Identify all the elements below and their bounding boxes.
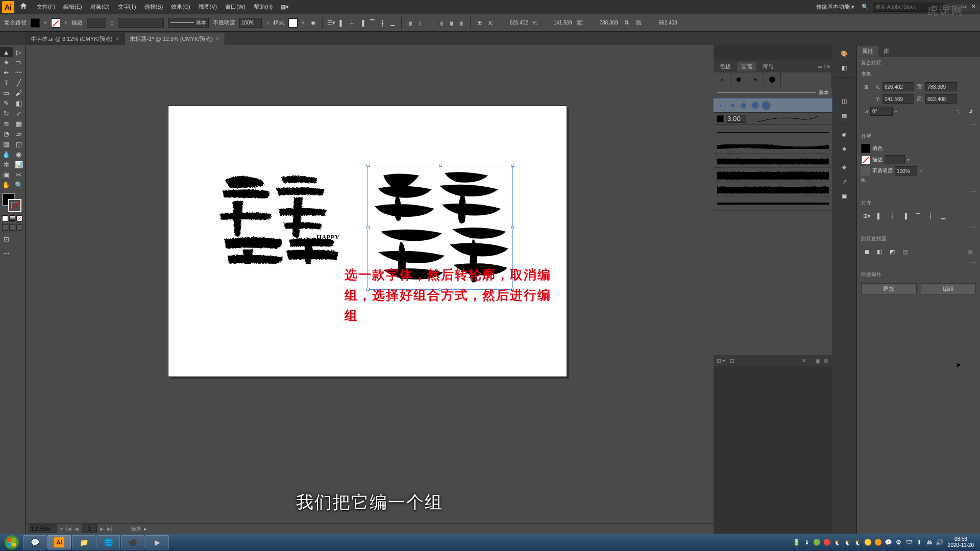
brush-entry-art-1[interactable] <box>714 139 832 154</box>
workspace-switcher[interactable]: 传统基本功能 ▾ <box>813 2 857 12</box>
screen-mode-full-icon[interactable] <box>9 224 15 231</box>
gradient-mode-icon[interactable] <box>9 215 15 221</box>
prop-align-right-icon[interactable]: ▐ <box>899 211 911 221</box>
prop-align-vcenter-icon[interactable]: ┼ <box>925 211 936 221</box>
tray-app9-icon[interactable]: ⚙ <box>895 538 903 546</box>
panel-tab-swatches[interactable]: 色板 <box>716 62 735 71</box>
canvas-area[interactable]: HAPPY NIU YEAR 选一款字体，然后转轮廓，取消编组，选择好组合方式，… <box>26 45 714 545</box>
scale-tool-icon[interactable]: ⤢ <box>13 108 26 118</box>
perspective-tool-icon[interactable]: ▱ <box>13 129 26 139</box>
tray-volume-icon[interactable]: 🔊 <box>936 538 944 546</box>
menu-effect[interactable]: 效果(C) <box>167 3 194 11</box>
prop-h-field[interactable] <box>925 94 957 104</box>
reference-point-icon[interactable]: ⊞ <box>861 82 871 92</box>
pathfinder-unite-icon[interactable]: ◼ <box>861 246 872 257</box>
brush-basic-row[interactable]: 基本 <box>714 87 832 98</box>
dist-v1-icon[interactable]: ⫼ <box>436 18 446 28</box>
gradient-tool-icon[interactable]: ◫ <box>13 139 26 149</box>
taskbar-illustrator-icon[interactable]: Ai <box>47 535 71 549</box>
none-mode-icon[interactable] <box>16 215 22 221</box>
remove-brush-stroke-icon[interactable]: ✕ <box>801 358 806 364</box>
brush-definition[interactable]: 基本 <box>168 18 209 28</box>
tray-app10-icon[interactable]: 🛡 <box>905 538 913 546</box>
align-vcenter-icon[interactable]: ┼ <box>378 18 387 28</box>
direct-selection-tool-icon[interactable]: ▷ <box>13 47 26 57</box>
dock-gradient-icon[interactable]: ◫ <box>836 94 852 108</box>
menu-help[interactable]: 帮助(H) <box>250 3 277 11</box>
taskbar-wechat-icon[interactable]: 💬 <box>23 535 46 549</box>
brush-color-swatch[interactable] <box>717 115 724 122</box>
artboard-tool-icon[interactable]: ▣ <box>0 169 13 180</box>
prop-align-left-icon[interactable]: ▌ <box>874 211 885 221</box>
tray-app1-icon[interactable]: 🟢 <box>813 538 821 546</box>
status-menu-icon[interactable]: ▸ <box>144 526 146 532</box>
fill-stroke-indicator[interactable] <box>2 193 21 212</box>
menu-window[interactable]: 窗口(W) <box>221 3 250 11</box>
tray-app3-icon[interactable]: 🐧 <box>834 538 842 546</box>
calligraphic-brush-1[interactable] <box>714 72 730 87</box>
properties-tab[interactable]: 属性 <box>857 46 878 57</box>
panel-tab-brushes[interactable]: 画笔 <box>737 62 756 71</box>
brush-libraries-icon[interactable]: ⊞⏷ <box>717 358 727 364</box>
pen-tool-icon[interactable]: ✒ <box>0 67 13 78</box>
dist-h1-icon[interactable]: ⫼ <box>406 18 415 28</box>
zoom-tool-icon[interactable]: 🔍 <box>13 180 26 190</box>
brush-entry-art-5[interactable] <box>714 196 832 211</box>
pathfinder-intersect-icon[interactable]: ◩ <box>887 246 898 257</box>
prev-artboard-icon[interactable]: ◀ <box>75 526 79 532</box>
pathfinder-more-icon[interactable]: ⋯ <box>857 259 980 269</box>
rotate-tool-icon[interactable]: ↻ <box>0 108 13 118</box>
column-graph-tool-icon[interactable]: 📊 <box>13 159 26 169</box>
brush-entry-art-2[interactable] <box>714 154 832 168</box>
rectangle-tool-icon[interactable]: ▭ <box>0 88 13 98</box>
lasso-tool-icon[interactable]: ⊃ <box>13 57 26 67</box>
blend-tool-icon[interactable]: ◉ <box>13 149 26 159</box>
dist-v2-icon[interactable]: ⫼ <box>447 18 456 28</box>
tray-temp-icon[interactable]: 🌡 <box>803 538 811 546</box>
recolor-icon[interactable]: ◉ <box>309 18 318 28</box>
flip-v-icon[interactable]: ⇵ <box>966 106 976 116</box>
prop-align-bottom-icon[interactable]: ▁ <box>938 211 949 221</box>
dock-color-icon[interactable]: 🎨 <box>836 47 852 60</box>
tray-battery-icon[interactable]: 🔋 <box>793 538 801 546</box>
align-bottom-icon[interactable]: ▁ <box>388 18 397 28</box>
menu-object[interactable]: 对象(O) <box>86 3 114 11</box>
appearance-stroke-swatch[interactable] <box>861 155 870 164</box>
pathfinder-minus-front-icon[interactable]: ◧ <box>874 246 885 257</box>
edit-toolbar-icon[interactable]: ⊡ <box>0 234 13 244</box>
tray-app7-icon[interactable]: 🟠 <box>874 538 883 546</box>
panel-tab-symbols[interactable]: 符号 <box>758 62 778 71</box>
prop-w-field[interactable] <box>925 82 957 91</box>
zoom-level-field[interactable] <box>29 524 57 533</box>
delete-brush-icon[interactable]: 🗑 <box>823 358 829 364</box>
appearance-opacity-field[interactable] <box>895 166 917 176</box>
prop-y-field[interactable] <box>883 94 914 104</box>
brush-calligraphic-row-selected[interactable] <box>714 98 832 113</box>
dist-h3-icon[interactable]: ⫼ <box>426 18 435 28</box>
dock-layers-icon[interactable]: ❖ <box>836 161 852 174</box>
taskbar-clock[interactable]: 08:53 2020-11-20 <box>946 536 976 548</box>
brush-size-input[interactable] <box>726 115 746 123</box>
home-icon[interactable] <box>19 2 30 12</box>
search-stock-icon[interactable]: 🔍 <box>862 4 869 10</box>
shaper-tool-icon[interactable]: ✎ <box>0 98 13 108</box>
dock-asset-export-icon[interactable]: ↗ <box>836 175 852 188</box>
brush-entry-thin[interactable] <box>714 125 832 139</box>
appearance-fill-swatch[interactable] <box>861 144 870 153</box>
stroke-weight-field[interactable] <box>87 18 106 28</box>
last-artboard-icon[interactable]: ▶| <box>107 526 113 532</box>
tray-app8-icon[interactable]: 💬 <box>885 538 893 546</box>
taskbar-explorer-icon[interactable]: 📁 <box>72 535 95 549</box>
new-brush-icon[interactable]: ▣ <box>815 358 820 364</box>
taskbar-obs-icon[interactable]: ⚫ <box>121 535 144 549</box>
calligraphic-brush-3[interactable] <box>747 72 764 87</box>
link-wh-icon[interactable]: ⇅ <box>622 18 631 28</box>
dock-artboards-icon[interactable]: ▣ <box>836 189 852 203</box>
transform-refpoint-icon[interactable]: ⊞ <box>475 18 484 28</box>
paintbrush-tool-icon[interactable]: 🖌 <box>13 88 26 98</box>
free-transform-tool-icon[interactable]: ▦ <box>13 118 26 129</box>
dist-v3-icon[interactable]: ⫼ <box>457 18 466 28</box>
align-more-icon[interactable]: ⋯ <box>857 223 980 233</box>
dock-graphic-styles-icon[interactable]: ♣ <box>836 142 852 155</box>
menu-type[interactable]: 文字(T) <box>114 3 140 11</box>
